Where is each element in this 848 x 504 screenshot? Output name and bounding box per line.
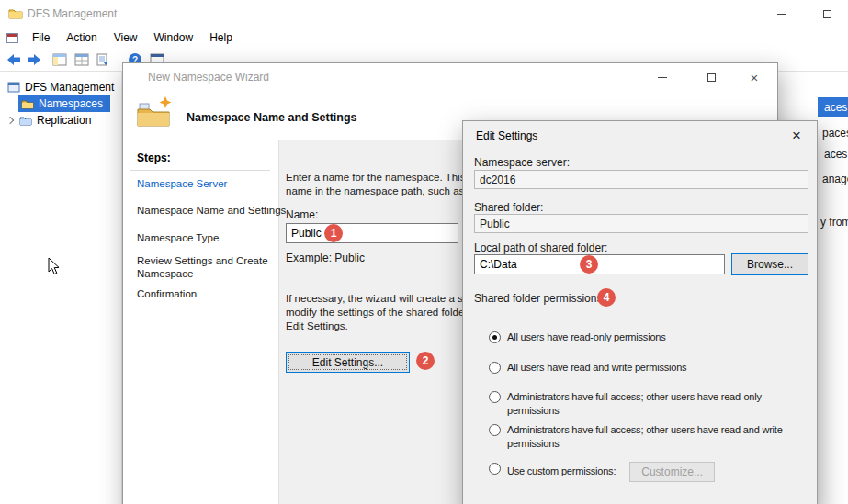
radio-label: Use custom permissions: [507,465,616,478]
background-fragment: y from [820,216,848,229]
export-list-icon[interactable] [95,51,111,68]
wizard-note-line1: If necessary, the wizard will create a s… [286,293,478,304]
replication-icon [19,115,32,126]
background-fragment: paces... [822,127,848,140]
wizard-steps-pane: Steps: Namespace Server Namespace Name a… [123,140,279,504]
fragment-text: aces [824,101,847,114]
tree-item-label: Namespaces [39,97,103,110]
radio-option-read-write[interactable]: All users have read and write permission… [489,361,796,375]
dfs-management-icon [7,82,20,93]
window-title: DFS Management [28,7,117,20]
console-icon [6,33,18,43]
radio-option-custom-permissions[interactable]: Use custom permissions: Customize... [489,462,796,482]
background-fragment: aces t [824,148,848,161]
main-titlebar: DFS Management [0,0,848,28]
tree-item-label: Replication [37,114,91,127]
properties-icon[interactable] [73,51,90,68]
wizard-title: New Namespace Wizard [148,71,269,84]
edit-settings-button[interactable]: Edit Settings... [286,352,410,373]
annotation-badge-1: 1 [324,224,343,242]
back-icon[interactable] [6,51,22,68]
local-path-input[interactable] [474,254,725,274]
close-icon[interactable]: × [736,63,773,91]
example-text: Example: Public [286,252,365,264]
menu-bar: File Action View Window Help [0,28,848,48]
annotation-badge-3: 3 [580,255,598,274]
customize-button[interactable]: Customize... [629,462,715,482]
radio-label: All users have read and write permission… [507,361,686,375]
divider [130,170,270,171]
steps-heading: Steps: [137,151,171,164]
namespace-server-label: Namespace server: [474,156,570,169]
wizard-header-icon [136,95,175,131]
radio-circle-2[interactable] [489,391,501,403]
radio-option-read-only[interactable]: All users have read-only permissions [489,330,796,344]
radio-option-admin-full-users-read-write[interactable]: Administrators have full access; other u… [489,423,796,451]
radio-circle-3[interactable] [489,424,501,436]
step-namespace-type: Namespace Type [137,231,219,244]
tree-item-namespaces[interactable]: Namespaces [18,95,110,112]
forward-icon[interactable] [26,51,42,68]
step-namespace-name-and-settings: Namespace Name and Settings [137,204,286,217]
chevron-right-icon[interactable] [6,117,14,124]
tree-item-dfs-management[interactable]: DFS Management [7,79,114,95]
radio-label: Administrators have full access; other u… [507,423,796,451]
menu-file[interactable]: File [24,28,58,47]
name-label: Name: [286,208,318,221]
namespace-server-input[interactable] [474,170,808,189]
wizard-titlebar: New Namespace Wizard × [123,63,777,91]
shared-folder-label: Shared folder: [474,201,543,214]
minimize-icon[interactable] [766,0,797,28]
browse-button[interactable]: Browse... [731,253,808,275]
wizard-intro-line2: name in the namespace path, such as \\ [286,185,473,196]
show-console-tree-icon[interactable] [51,51,68,68]
namespace-name-input[interactable] [286,223,458,243]
screen: DFS Management File Action View Window H… [0,0,848,504]
tree-item-label: DFS Management [25,81,114,94]
wizard-note-line2: modify the settings of the shared folder… [286,307,484,318]
annotation-badge-4: 4 [597,288,616,307]
annotation-badge-2: 2 [416,352,435,370]
radio-circle-4[interactable] [489,463,501,475]
radio-option-admin-full-users-read[interactable]: Administrators have full access; other u… [489,390,796,418]
step-confirmation: Confirmation [137,287,197,300]
radio-circle-1[interactable] [489,362,501,374]
local-path-label: Local path of shared folder: [474,241,607,254]
wizard-page-title: Namespace Name and Settings [187,111,357,124]
permissions-label: Shared folder permissions: [474,292,605,305]
radio-label: Administrators have full access; other u… [507,390,796,418]
step-namespace-server[interactable]: Namespace Server [137,177,227,190]
edit-settings-dialog: Edit Settings × Namespace server: Shared… [462,120,818,504]
dialog-title: Edit Settings [476,129,537,142]
minimize-icon[interactable] [644,63,681,91]
radio-label: All users have read-only permissions [507,330,666,344]
app-folder-icon [8,7,23,19]
radio-circle-0[interactable] [489,331,501,343]
background-selected-row-fragment: aces [818,97,848,117]
namespaces-icon [21,98,34,109]
background-fragment: anagen [822,173,848,185]
menu-help[interactable]: Help [201,28,241,47]
maximize-icon[interactable] [693,63,729,91]
menu-action[interactable]: Action [58,28,105,47]
wizard-note-line3: Edit Settings. [286,320,348,331]
menu-view[interactable]: View [106,28,146,47]
step-review-settings: Review Settings and Create Namespace [137,254,277,280]
maximize-icon[interactable] [811,0,842,28]
wizard-intro-line1: Enter a name for the namespace. This na [286,172,480,183]
tree-item-replication[interactable]: Replication [7,112,91,129]
close-icon[interactable]: × [780,121,813,150]
mouse-cursor [48,257,61,275]
menu-window[interactable]: Window [146,28,202,47]
console-tree: DFS Management Namespaces Replication [0,72,122,504]
shared-folder-input[interactable] [474,214,808,233]
